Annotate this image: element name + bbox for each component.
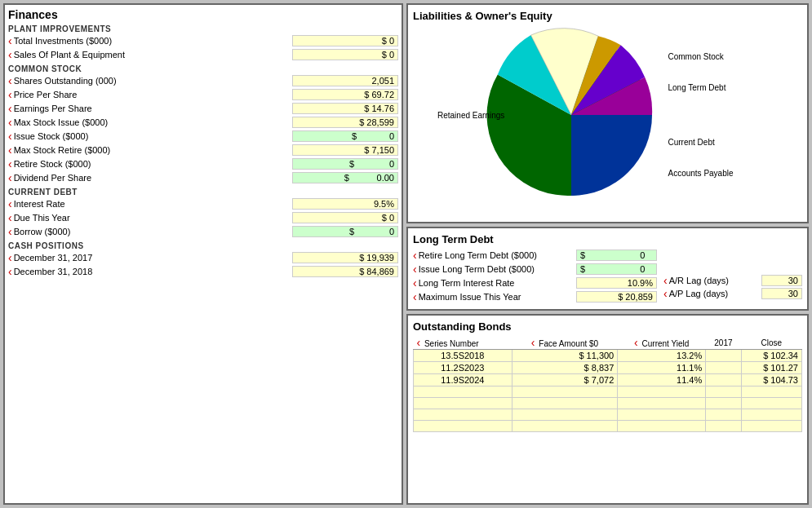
section-cash: CASH POSITIONS [8,241,398,250]
table-row: ‹Total Investments ($000) $ 0 [8,34,398,47]
legend-common-stock: Common Stock [668,52,733,61]
bullet-icon: ‹ [413,277,417,289]
bullet-icon: ‹ [8,212,12,223]
ltd-panel: Long Term Debt ‹Retire Long Term Debt ($… [406,227,809,311]
bullet-icon: ‹ [413,291,417,303]
col-year: 2017 [706,336,741,350]
table-row: ‹Interest Rate 9.5% [8,197,398,210]
bond-year-3 [706,374,741,387]
chart-legend: Common Stock Long Term Debt Current Debt… [668,42,733,188]
bond-row-1: 13.5S2018 $ 11,300 13.2% $ 102.34 [414,350,802,362]
right-panel: Liabilities & Owner's Equity Retained Ea… [406,3,809,505]
bullet-icon: ‹ [8,130,12,142]
bullet-icon: ‹ [8,198,12,210]
bond-close-1: $ 102.34 [741,350,801,362]
bond-series-3: 11.9S2024 [414,374,512,387]
bond-series-2: 11.2S2023 [414,362,512,374]
bond-year-2 [706,362,741,374]
bullet-icon: ‹ [531,336,535,349]
col-close: Close [741,336,801,350]
table-row: ‹Maximum Issue This Year $ 20,859 [413,290,657,303]
bonds-title: Outstanding Bonds [413,320,802,333]
bond-face-2: $ 8,837 [512,362,618,374]
bullet-icon: ‹ [8,117,12,128]
bullet-icon: ‹ [417,336,421,349]
lt-interest-rate-value: 10.9% [576,277,657,289]
bond-row-3: 11.9S2024 $ 7,072 11.4% $ 104.73 [414,374,802,387]
ap-lag-value: 30 [761,288,802,299]
bond-yield-3: 11.4% [618,374,706,387]
bullet-icon: ‹ [8,158,12,170]
bond-series-1: 13.5S2018 [414,350,512,362]
ltd-title: Long Term Debt [413,233,802,245]
section-common-stock: COMMON STOCK [8,64,398,73]
sales-plant-value[interactable]: $ 0 [292,49,398,60]
col-face: ‹ Face Amount $0 [512,336,618,350]
cash-2017-value: $ 19,939 [292,252,398,263]
table-row: ‹Max Stock Retire ($000) $ 7,150 [8,144,398,157]
col-series: ‹ Series Number [414,336,512,350]
shares-outstanding-value: 2,051 [292,75,398,86]
bond-close-2: $ 101.27 [741,362,801,374]
ltd-rows-container: ‹Retire Long Term Debt ($000) $ 0 ‹Issue… [413,249,657,304]
bullet-icon: ‹ [8,144,12,156]
table-row: ‹December 31, 2018 $ 84,869 [8,265,398,278]
bond-row-empty-3 [414,409,802,421]
bullet-icon: ‹ [8,35,12,46]
chart-title: Liabilities & Owner's Equity [413,10,802,22]
max-issue-value: $ 20,859 [576,291,657,303]
chart-area: Retained Earnings [413,25,802,205]
bond-row-empty-2 [414,398,802,409]
retire-stock-value[interactable]: $ 0 [292,158,398,170]
table-row: ‹December 31, 2017 $ 19,939 [8,251,398,264]
left-panel-title: Finances [8,8,398,21]
bonds-panel: Outstanding Bonds ‹ Series Number ‹ Face… [406,314,809,505]
left-panel: Finances PLANT IMPROVEMENTS ‹Total Inves… [3,3,403,505]
bond-row-empty-1 [414,387,802,398]
table-row: ‹Issue Stock ($000) $ $ 00 [8,130,398,143]
issue-stock-value[interactable]: $ $ 00 [292,130,398,142]
retire-ltd-value[interactable]: $ 0 [576,250,657,261]
ar-lag-row: ‹A/R Lag (days) 30 [663,275,802,286]
issue-ltd-value[interactable]: $ 0 [576,263,657,275]
dividend-per-share-value[interactable]: $ 0.00 [292,172,398,183]
bond-yield-2: 11.1% [618,362,706,374]
earnings-per-share-value: $ 14.76 [292,103,398,114]
bullet-icon: ‹ [8,49,12,60]
due-this-year-value: $ 0 [292,212,398,223]
bullet-icon: ‹ [8,172,12,183]
table-row: ‹Max Stock Issue ($000) $ 28,599 [8,116,398,129]
total-investments-value[interactable]: $ 0 [292,35,398,46]
bullet-icon: ‹ [413,263,417,275]
bullet-icon: ‹ [8,226,12,237]
legend-accounts-payable: Accounts Payable [668,169,733,178]
cash-2018-value: $ 84,869 [292,266,398,277]
table-row: ‹Earnings Per Share $ 14.76 [8,102,398,115]
price-per-share-value: $ 69.72 [292,89,398,100]
bond-row-empty-4 [414,421,802,432]
table-row: ‹Retire Long Term Debt ($000) $ 0 [413,249,657,261]
retained-earnings-label: Retained Earnings [437,111,504,120]
bond-face-1: $ 11,300 [512,350,618,362]
section-plant: PLANT IMPROVEMENTS [8,24,398,33]
borrow-value[interactable]: $ 0 [292,226,398,237]
table-row: ‹Sales Of Plant & Equipment $ 0 [8,48,398,61]
bullet-icon: ‹ [8,252,12,263]
table-row: ‹Dividend Per Share $ 0.00 [8,171,398,184]
bond-face-3: $ 7,072 [512,374,618,387]
bullet-icon: ‹ [663,275,668,286]
bullet-icon: ‹ [8,103,12,114]
bonds-table: ‹ Series Number ‹ Face Amount $0 ‹ Curre… [413,336,802,432]
bullet-icon: ‹ [634,336,638,349]
section-current-debt: CURRENT DEBT [8,188,398,197]
bullet-icon: ‹ [663,288,668,299]
bond-row-2: 11.2S2023 $ 8,837 11.1% $ 101.27 [414,362,802,374]
table-row: ‹Shares Outstanding (000) 2,051 [8,74,398,87]
legend-long-term-debt: Long Term Debt [668,83,733,92]
table-row: ‹Retire Stock ($000) $ 0 [8,157,398,170]
ap-lag-row: ‹A/P Lag (days) 30 [663,288,802,299]
col-yield: ‹ Current Yield [618,336,706,350]
chart-panel: Liabilities & Owner's Equity Retained Ea… [406,3,809,223]
bullet-icon: ‹ [8,266,12,277]
pie-chart [481,25,661,205]
